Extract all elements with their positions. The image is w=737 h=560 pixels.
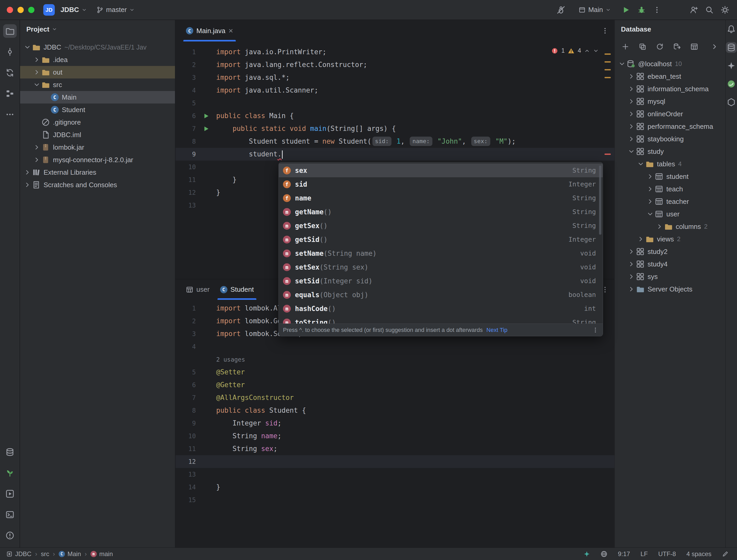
indent-style[interactable]: 4 spaces (686, 550, 711, 558)
project-tool-button[interactable] (3, 24, 17, 38)
code-with-me-icon[interactable] (690, 6, 698, 14)
table-icon[interactable] (690, 43, 698, 51)
completion-item-equals[interactable]: mequals(Object obj)boolean (279, 288, 603, 302)
code-line-9[interactable]: 9 Integer sid; (175, 417, 614, 430)
database-item-server-objects[interactable]: Server Objects (615, 283, 725, 295)
breadcrumb-main[interactable]: CMain (59, 550, 81, 558)
chev-right-icon[interactable] (637, 235, 644, 243)
code-line-9[interactable]: 9 student. (175, 148, 614, 161)
chev-right-icon[interactable] (628, 273, 635, 280)
database-item-study4[interactable]: study4 (615, 258, 725, 270)
code-line-4[interactable]: 4 (175, 340, 614, 353)
completion-item-setsid[interactable]: msetSid(Integer sid)void (279, 274, 603, 288)
chev-right-icon[interactable] (628, 73, 635, 80)
completion-item-getsex[interactable]: mgetSex()String (279, 219, 603, 233)
project-item-jdbc[interactable]: JDBC~/Desktop/CS/JavaEE/1 Jav (20, 41, 175, 53)
globe-icon[interactable] (601, 551, 607, 557)
plus-icon[interactable] (622, 43, 629, 51)
chev-right-icon[interactable] (647, 198, 654, 205)
branch-widget[interactable]: master (93, 3, 138, 16)
chev-right-icon[interactable] (711, 43, 718, 51)
more-actions-icon[interactable] (653, 6, 661, 14)
error-stripe-mark[interactable] (605, 154, 611, 155)
tab-user[interactable]: user (181, 279, 215, 300)
chev-right-icon[interactable] (33, 144, 40, 151)
chev-down-icon[interactable] (24, 44, 31, 51)
next-tip-link[interactable]: Next Tip (486, 327, 508, 333)
caret-position[interactable]: 9:17 (618, 550, 630, 558)
completion-item-setname[interactable]: msetName(String name)void (279, 246, 603, 260)
chev-right-icon[interactable] (24, 181, 31, 188)
database-item-tables[interactable]: tables4 (615, 158, 725, 170)
code-line-13[interactable]: 13 (175, 468, 614, 481)
chev-right-icon[interactable] (628, 285, 635, 293)
database-item-teacher[interactable]: teacher (615, 195, 725, 208)
chev-down-icon[interactable] (647, 210, 654, 218)
chev-right-icon[interactable] (628, 98, 635, 105)
completion-item-name[interactable]: fnameString (279, 191, 603, 205)
run-line-button[interactable] (203, 113, 209, 119)
project-item-out[interactable]: out (20, 66, 175, 78)
database-item-performance-schema[interactable]: performance_schema (615, 120, 725, 133)
completion-item-tostring[interactable]: mtoString()String (279, 315, 603, 324)
chev-right-icon[interactable] (628, 85, 635, 93)
database-item-views[interactable]: views2 (615, 233, 725, 245)
database-item-user[interactable]: user (615, 208, 725, 220)
database-item-sys[interactable]: sys (615, 270, 725, 283)
bug-strikethrough-icon[interactable] (557, 5, 565, 14)
structure-tool-button[interactable] (3, 87, 17, 100)
tab-main-java[interactable]: CMain.java× (181, 20, 238, 41)
chev-right-icon[interactable] (628, 135, 635, 143)
debug-button[interactable] (637, 6, 646, 14)
code-line-5[interactable]: 5@Setter (175, 366, 614, 379)
chev-right-icon[interactable] (628, 248, 635, 255)
close-tab-icon[interactable]: × (228, 27, 233, 35)
chevron-down-icon[interactable] (52, 27, 57, 32)
db-sync-icon[interactable] (673, 43, 681, 51)
services-tool-button[interactable] (3, 487, 17, 501)
chev-right-icon[interactable] (656, 223, 663, 230)
code-line-2[interactable]: 2import java.lang.reflect.Constructor; (175, 58, 614, 71)
completion-item-setsex[interactable]: msetSex(String sex)void (279, 260, 603, 274)
editor-student-java[interactable]: 1import lombok.AllArgsConstructor;2impor… (175, 300, 614, 547)
ai-assistant-icon[interactable] (583, 551, 590, 557)
problems-tool-button[interactable] (3, 529, 17, 542)
chev-right-icon[interactable] (24, 169, 31, 176)
popup-scrollbar[interactable] (599, 166, 601, 235)
code-line-11[interactable]: 11 String sex; (175, 442, 614, 455)
prev-problem-icon[interactable] (584, 48, 590, 54)
vcs-update-tool-button[interactable] (3, 66, 17, 80)
chev-down-icon[interactable] (628, 148, 635, 155)
code-line-12[interactable]: 12 (175, 455, 614, 468)
completion-item-getname[interactable]: mgetName()String (279, 205, 603, 219)
chev-right-icon[interactable] (628, 123, 635, 130)
warning-stripe-mark[interactable] (605, 61, 611, 63)
code-line-7[interactable]: 7 public static void main(String[] args)… (175, 122, 614, 135)
chev-right-icon[interactable] (33, 156, 40, 163)
edit-mode-icon[interactable] (722, 551, 729, 557)
chev-right-icon[interactable] (647, 173, 654, 180)
project-item-gitignore[interactable]: .gitignore (20, 116, 175, 129)
search-everywhere-icon[interactable] (705, 6, 714, 14)
chev-right-icon[interactable] (628, 260, 635, 268)
database-item-student[interactable]: student (615, 170, 725, 183)
chev-right-icon[interactable] (33, 56, 40, 63)
code-line-7[interactable]: 7@AllArgsConstructor (175, 391, 614, 404)
chev-down-icon[interactable] (33, 81, 40, 88)
code-line-4[interactable]: 4import java.util.Scanner; (175, 84, 614, 97)
breadcrumb-jdbc[interactable]: JDBC (6, 550, 32, 558)
database-item-columns[interactable]: columns2 (615, 220, 725, 233)
warning-stripe-mark[interactable] (605, 77, 611, 78)
zoom-window-button[interactable] (28, 7, 34, 13)
run-button[interactable] (622, 6, 630, 14)
tab-options-icon[interactable] (601, 27, 609, 34)
line-separator[interactable]: LF (641, 550, 648, 558)
breadcrumb-main[interactable]: mmain (90, 550, 113, 558)
dependencies-tool-button[interactable] (3, 466, 17, 480)
close-window-button[interactable] (7, 7, 13, 13)
completion-item-sex[interactable]: fsexString (279, 163, 603, 177)
project-item-main[interactable]: CMain (20, 91, 175, 104)
breadcrumb-src[interactable]: src (41, 550, 49, 558)
chev-right-icon[interactable] (628, 110, 635, 118)
project-item-student[interactable]: CStudent (20, 104, 175, 116)
